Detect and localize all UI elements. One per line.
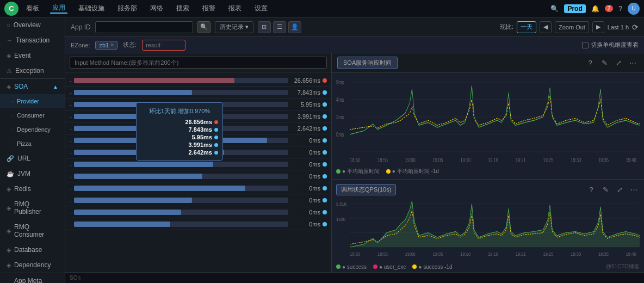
tooltip-rows: 26.656ms 7.843ms 5.95ms 3.991ms: [141, 119, 218, 156]
sidebar-item-rmq-publisher[interactable]: ◈ RMQ Publisher: [0, 196, 65, 219]
logo[interactable]: C: [4, 2, 18, 16]
bottom-chart-more-button[interactable]: ⋯: [628, 184, 640, 196]
single-machine-checkbox-label[interactable]: 切换单机维度查看: [582, 41, 639, 49]
sidebar-label-url: URL: [17, 155, 30, 162]
dependency2-icon: ◈: [7, 262, 11, 269]
nav-item-search[interactable]: 搜索: [174, 4, 191, 13]
method-search-input[interactable]: [70, 57, 327, 69]
search-icon[interactable]: 🔍: [550, 5, 559, 13]
svg-text:19:05: 19:05: [433, 156, 443, 163]
one-day-button[interactable]: 一天: [517, 21, 536, 33]
sidebar-item-pizza[interactable]: · Pizza: [0, 137, 65, 151]
sidebar-item-redis[interactable]: ◈ Redis: [0, 181, 65, 196]
sidebar-item-soa[interactable]: ◈ SOA ▲: [0, 79, 65, 94]
method-dash: -: [70, 197, 72, 204]
method-dash: -: [70, 89, 72, 96]
nav-item-service[interactable]: 服务部: [115, 4, 139, 13]
method-bar: [74, 162, 213, 167]
svg-text:0ms: 0ms: [336, 131, 344, 138]
top-chart-help-button[interactable]: ?: [584, 57, 596, 69]
bottom-chart-section: 调用状态QPS(10s) ? ✎ ⤢ ⋯: [332, 182, 644, 273]
svg-text:9ms: 9ms: [336, 78, 344, 85]
bottom-chart-help-button[interactable]: ?: [585, 184, 597, 196]
legend-avg: ● 平均响应时间: [336, 168, 380, 175]
zoom-right-button[interactable]: ▶: [592, 21, 604, 33]
svg-text:19:16: 19:16: [488, 156, 498, 163]
avatar[interactable]: U: [628, 3, 640, 15]
bottom-chart-edit-button[interactable]: ✎: [599, 184, 611, 196]
appid-search-button[interactable]: 🔍: [197, 21, 210, 33]
ezone-label: EZone:: [71, 42, 90, 48]
bottom-chart-expand-button[interactable]: ⤢: [614, 184, 626, 196]
status-input[interactable]: [142, 40, 185, 51]
method-row[interactable]: - 0ms: [65, 182, 331, 194]
appid-input[interactable]: [95, 21, 193, 33]
top-chart-more-button[interactable]: ⋯: [627, 57, 639, 69]
legend-avg-dot: [336, 169, 340, 174]
top-chart-expand-button[interactable]: ⤢: [612, 57, 624, 69]
sidebar-item-exception[interactable]: ⚠ Exception: [0, 63, 65, 78]
ezone-close[interactable]: ×: [110, 42, 114, 48]
sidebar-item-app-meta[interactable]: ◈ App Meta Data ▲: [0, 273, 65, 283]
method-status-dot: [323, 198, 327, 202]
sidebar-item-dependency2[interactable]: ◈ Dependency: [0, 257, 65, 273]
method-bar: [74, 90, 192, 95]
sidebar-label-redis: Redis: [14, 185, 31, 193]
method-bar: [74, 222, 170, 227]
single-machine-checkbox[interactable]: [582, 42, 589, 48]
zoom-out-button[interactable]: Zoom Out: [555, 21, 589, 33]
sidebar-item-consumer[interactable]: · Consumer: [0, 108, 65, 122]
sidebar-item-dependency[interactable]: · Dependency: [0, 122, 65, 137]
time-controls: 现比: 一天 ◀ Zoom Out ▶ Last 1 h ⟳: [500, 21, 639, 33]
method-dash: -: [70, 173, 72, 180]
dependency-icon: ·: [12, 126, 14, 133]
legend-success: ● success: [336, 264, 367, 270]
sidebar-label-overview: Overview: [14, 21, 41, 29]
sidebar-item-url[interactable]: 🔗 URL: [0, 151, 65, 166]
user-view-button[interactable]: 👤: [288, 21, 301, 33]
prod-badge[interactable]: Prod: [564, 4, 585, 13]
method-row[interactable]: - 0ms: [65, 206, 331, 218]
history-button[interactable]: 历史记录 ▾: [215, 21, 253, 33]
sidebar-item-database[interactable]: ◈ Database: [0, 242, 65, 257]
sidebar-item-provider[interactable]: · Provider: [0, 94, 65, 108]
svg-text:18:55: 18:55: [377, 156, 388, 163]
footer-text: SOn: [70, 275, 81, 281]
sidebar-item-event[interactable]: ◈ Event: [0, 48, 65, 63]
method-dash: -: [70, 113, 72, 120]
nav-item-infra[interactable]: 基础设施: [76, 4, 107, 13]
help-icon[interactable]: ?: [618, 5, 622, 13]
top-chart-area: 9ms 4ms 2ms 0ms 18:50 18:55 19:00 19:05 …: [332, 73, 644, 166]
top-chart-title: SOA服务响应时间: [337, 57, 398, 69]
sidebar-item-jvm[interactable]: ☕ JVM: [0, 166, 65, 181]
tooltip-dot-4: [214, 143, 218, 147]
svg-text:19:25: 19:25: [543, 156, 553, 163]
table-view-button[interactable]: ⊞: [258, 21, 271, 33]
nav-item-app[interactable]: 应用: [50, 3, 67, 14]
ezone-tag[interactable]: zb1 ×: [95, 41, 117, 50]
nav-item-kanban[interactable]: 看板: [24, 4, 41, 13]
nav-item-settings[interactable]: 设置: [252, 4, 270, 13]
nav-item-report[interactable]: 报表: [226, 4, 244, 13]
tooltip-dot-1: [214, 120, 218, 124]
top-chart-edit-button[interactable]: ✎: [598, 57, 610, 69]
method-row[interactable]: - 26.656ms: [65, 75, 331, 87]
bell-icon[interactable]: 🔔: [591, 5, 599, 13]
sidebar-label-event: Event: [14, 52, 31, 59]
tooltip-row-2: 7.843ms: [141, 126, 218, 133]
sidebar: ○ Overview ↔ Transaction ◈ Event ⚠ Excep…: [0, 17, 65, 283]
sidebar-item-transaction[interactable]: ↔ Transaction: [0, 33, 65, 48]
method-row[interactable]: - 0ms: [65, 170, 331, 182]
method-row[interactable]: - 0ms: [65, 194, 331, 206]
zoom-left-button[interactable]: ◀: [540, 21, 552, 33]
sidebar-item-rmq-consumer[interactable]: ◈ RMQ Consumer: [0, 219, 65, 242]
method-row[interactable]: - 0ms: [65, 218, 331, 230]
list-view-button[interactable]: ☰: [273, 21, 286, 33]
history-label: 历史记录: [220, 23, 244, 31]
refresh-button[interactable]: ⟳: [632, 23, 639, 32]
method-row[interactable]: - 7.843ms: [65, 87, 331, 99]
method-dash: -: [70, 221, 72, 227]
nav-item-alarm[interactable]: 报警: [200, 4, 218, 13]
nav-item-network[interactable]: 网络: [148, 4, 165, 13]
sidebar-item-overview[interactable]: ○ Overview: [0, 17, 65, 33]
